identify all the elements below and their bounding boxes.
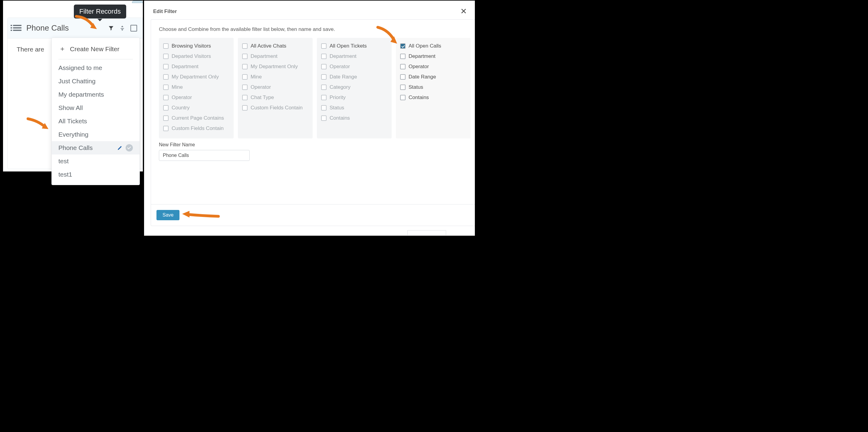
filter-option[interactable]: Custom Fields Contain bbox=[162, 123, 230, 134]
filter-column-all-open-tickets: All Open TicketsDepartmentOperatorDate R… bbox=[317, 38, 392, 139]
checkbox[interactable] bbox=[163, 43, 168, 49]
filter-option[interactable]: Department bbox=[242, 51, 309, 61]
checkbox[interactable] bbox=[163, 105, 168, 111]
checkbox[interactable] bbox=[400, 95, 406, 100]
close-icon[interactable]: ✕ bbox=[460, 7, 467, 16]
checkbox[interactable] bbox=[321, 74, 327, 80]
filter-option[interactable]: Current Page Contains bbox=[162, 113, 230, 123]
filter-option[interactable]: Department bbox=[400, 51, 467, 61]
checkbox[interactable] bbox=[242, 105, 248, 111]
filter-option[interactable]: Operator bbox=[320, 61, 388, 72]
filter-item-label: test1 bbox=[58, 171, 133, 178]
filter-option[interactable]: Operator bbox=[400, 61, 467, 72]
filter-option-label: Operator bbox=[251, 84, 271, 90]
checkbox[interactable] bbox=[242, 85, 248, 90]
filter-group-label: All Open Tickets bbox=[330, 43, 367, 49]
filter-name-input[interactable] bbox=[159, 150, 250, 161]
checkbox[interactable] bbox=[242, 74, 248, 80]
checkbox[interactable] bbox=[321, 64, 327, 69]
checkbox[interactable] bbox=[400, 43, 406, 49]
filter-group-head[interactable]: All Active Chats bbox=[242, 41, 309, 51]
filter-item-test[interactable]: test bbox=[52, 154, 140, 168]
create-new-filter[interactable]: ＋ Create New Filter bbox=[52, 40, 140, 58]
filter-option[interactable]: Department bbox=[162, 61, 230, 72]
filter-item-label: Phone Calls bbox=[58, 144, 117, 151]
filter-option-label: Status bbox=[330, 105, 344, 111]
filter-option[interactable]: Operator bbox=[242, 82, 309, 92]
filter-item-label: Just Chatting bbox=[58, 78, 133, 85]
filter-option[interactable]: Departed Visitors bbox=[162, 51, 230, 61]
save-button[interactable]: Save bbox=[156, 210, 180, 220]
checkbox[interactable] bbox=[242, 54, 248, 59]
checkbox[interactable] bbox=[400, 54, 406, 59]
edit-icon[interactable] bbox=[117, 145, 123, 150]
filter-option[interactable]: Chat Type bbox=[242, 92, 309, 103]
checkbox[interactable] bbox=[163, 126, 168, 131]
checkbox[interactable] bbox=[321, 43, 327, 49]
filter-option[interactable]: My Department Only bbox=[242, 61, 309, 72]
checkbox[interactable] bbox=[321, 54, 327, 59]
filter-column-all-active-chats: All Active ChatsDepartmentMy Department … bbox=[238, 38, 313, 139]
filter-item-just-chatting[interactable]: Just Chatting bbox=[52, 75, 140, 88]
filter-option[interactable]: Mine bbox=[162, 82, 230, 92]
checkbox[interactable] bbox=[242, 95, 248, 100]
filter-group-head[interactable]: Browsing Visitors bbox=[162, 41, 230, 51]
filter-option[interactable]: Country bbox=[162, 103, 230, 113]
filter-option[interactable]: Status bbox=[400, 82, 467, 92]
list-view-icon[interactable] bbox=[13, 25, 22, 31]
filter-option[interactable]: Date Range bbox=[320, 72, 388, 82]
filter-icon[interactable] bbox=[108, 25, 114, 31]
checkbox[interactable] bbox=[163, 54, 168, 59]
filter-option-label: Country bbox=[172, 105, 190, 111]
checkbox[interactable] bbox=[163, 64, 168, 69]
filter-group-head[interactable]: All Open Calls bbox=[400, 41, 467, 51]
filter-group-label: Browsing Visitors bbox=[172, 43, 211, 49]
modal-title: Edit Filter bbox=[153, 8, 177, 15]
filter-item-label: My departments bbox=[58, 91, 133, 98]
filter-option-label: Contains bbox=[409, 94, 429, 100]
checkbox[interactable] bbox=[321, 95, 327, 100]
filter-item-label: Show All bbox=[58, 104, 133, 112]
filter-option[interactable]: Status bbox=[320, 103, 388, 113]
filter-option[interactable]: Custom Fields Contain bbox=[242, 103, 309, 113]
filter-option-label: Department bbox=[409, 53, 435, 59]
filter-option[interactable]: Contains bbox=[400, 92, 467, 103]
filter-item-label: All Tickets bbox=[58, 118, 133, 125]
sort-icon[interactable] bbox=[119, 25, 126, 31]
filter-option[interactable]: Priority bbox=[320, 92, 388, 103]
filter-item-my-departments[interactable]: My departments bbox=[52, 88, 140, 101]
checkbox[interactable] bbox=[242, 43, 248, 49]
filter-option[interactable]: Category bbox=[320, 82, 388, 92]
checkbox[interactable] bbox=[400, 64, 406, 69]
checkbox[interactable] bbox=[321, 85, 327, 90]
filter-item-phone-calls[interactable]: Phone Calls bbox=[52, 141, 140, 154]
filter-item-all-tickets[interactable]: All Tickets bbox=[52, 115, 140, 128]
filter-option-label: Date Range bbox=[330, 74, 357, 80]
filter-item-test1[interactable]: test1 bbox=[52, 168, 140, 181]
filter-item-show-all[interactable]: Show All bbox=[52, 101, 140, 115]
checkbox[interactable] bbox=[163, 95, 168, 100]
select-all-checkbox[interactable] bbox=[130, 25, 137, 31]
checkbox[interactable] bbox=[400, 74, 406, 80]
filter-option[interactable]: Mine bbox=[242, 72, 309, 82]
filter-option[interactable]: Operator bbox=[162, 92, 230, 103]
checkbox[interactable] bbox=[400, 85, 406, 90]
filter-option-label: Contains bbox=[330, 115, 350, 121]
checkbox[interactable] bbox=[163, 115, 168, 121]
peek-field-1 bbox=[407, 230, 446, 235]
filter-option-label: Department bbox=[172, 64, 198, 70]
checkbox[interactable] bbox=[163, 85, 168, 90]
filter-dropdown: ＋ Create New Filter Assigned to meJust C… bbox=[52, 37, 140, 185]
filter-option[interactable]: Contains bbox=[320, 113, 388, 123]
checkbox[interactable] bbox=[321, 115, 327, 121]
checkbox[interactable] bbox=[163, 74, 168, 80]
filter-option-label: Current Page Contains bbox=[172, 115, 224, 121]
checkbox[interactable] bbox=[242, 64, 248, 69]
filter-item-everything[interactable]: Everything bbox=[52, 128, 140, 141]
checkbox[interactable] bbox=[321, 105, 327, 111]
filter-option[interactable]: Department bbox=[320, 51, 388, 61]
filter-group-head[interactable]: All Open Tickets bbox=[320, 41, 388, 51]
filter-option[interactable]: Date Range bbox=[400, 72, 467, 82]
filter-option[interactable]: My Department Only bbox=[162, 72, 230, 82]
filter-item-assigned-to-me[interactable]: Assigned to me bbox=[52, 61, 140, 75]
